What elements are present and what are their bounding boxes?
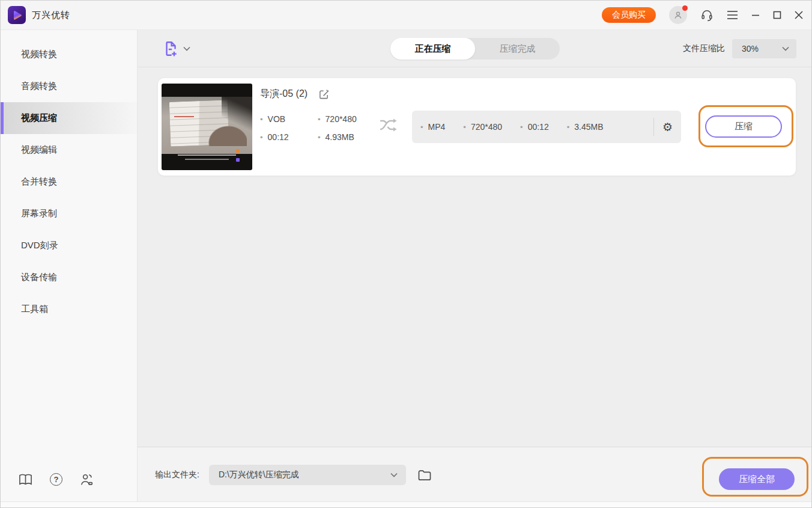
sidebar-item-label: 视频转换 xyxy=(21,49,57,60)
close-button[interactable] xyxy=(795,11,803,19)
file-card: 导演-05 (2) •VOB •720*480 •00:12 •4.93MB xyxy=(158,78,796,176)
add-file-button[interactable] xyxy=(163,40,190,57)
toolbar: 正在压缩 压缩完成 文件压缩比 30% xyxy=(138,30,812,67)
tab-completed[interactable]: 压缩完成 xyxy=(475,38,560,60)
main-panel: 正在压缩 压缩完成 文件压缩比 30% xyxy=(138,29,812,503)
maximize-button[interactable] xyxy=(773,11,781,19)
help-icon[interactable]: ? xyxy=(50,473,62,486)
app-logo xyxy=(8,6,26,24)
app-window: 万兴优转 会员购买 xyxy=(0,0,812,508)
bullet-icon: • xyxy=(567,123,570,132)
source-size: 4.93MB xyxy=(326,132,354,142)
video-thumbnail[interactable] xyxy=(162,84,252,170)
sidebar-item-label: 工具箱 xyxy=(21,304,48,315)
sidebar: 视频转换 音频转换 视频压缩 视频编辑 合并转换 屏幕录制 DVD刻录 设备传输… xyxy=(1,29,138,503)
support-headset-icon[interactable] xyxy=(700,8,714,22)
footer-bar: 输出文件夹: D:\万兴优转\压缩完成 压缩全部 xyxy=(138,447,812,503)
sidebar-item-label: 合并转换 xyxy=(21,176,57,188)
tab-compressing[interactable]: 正在压缩 xyxy=(390,38,475,60)
window-bottom-strip xyxy=(1,501,811,507)
output-folder-select[interactable]: D:\万兴优转\压缩完成 xyxy=(209,465,406,485)
file-title: 导演-05 (2) xyxy=(260,88,308,100)
guide-book-icon[interactable] xyxy=(19,474,32,486)
bullet-icon: • xyxy=(260,115,263,124)
output-folder-label: 输出文件夹: xyxy=(155,470,199,480)
sidebar-item-device-transfer[interactable]: 设备传输 xyxy=(1,262,137,293)
bullet-icon: • xyxy=(420,123,423,132)
output-format: MP4 xyxy=(428,122,446,132)
compression-ratio-label: 文件压缩比 xyxy=(683,43,725,54)
output-duration: 00:12 xyxy=(528,122,549,132)
sidebar-item-label: 设备传输 xyxy=(21,272,57,283)
sidebar-item-merge-convert[interactable]: 合并转换 xyxy=(1,166,137,198)
chevron-down-icon xyxy=(782,46,789,51)
bullet-icon: • xyxy=(260,133,263,142)
output-size: 3.45MB xyxy=(574,122,603,132)
source-resolution: 720*480 xyxy=(326,114,357,124)
community-icon[interactable] xyxy=(80,473,94,486)
menu-icon[interactable] xyxy=(727,10,738,20)
minimize-button[interactable] xyxy=(751,11,760,19)
sidebar-item-video-edit[interactable]: 视频编辑 xyxy=(1,134,137,166)
bullet-icon: • xyxy=(463,123,466,132)
open-folder-icon[interactable] xyxy=(418,470,431,481)
titlebar: 万兴优转 会员购买 xyxy=(1,1,811,29)
person-icon xyxy=(673,10,683,20)
vip-purchase-button[interactable]: 会员购买 xyxy=(602,7,656,23)
divider xyxy=(653,118,654,136)
compress-button[interactable]: 压缩 xyxy=(705,115,782,138)
sidebar-item-label: 音频转换 xyxy=(21,81,57,92)
settings-gear-icon[interactable]: ⚙ xyxy=(662,121,673,133)
output-info: •MP4 •720*480 •00:12 •3.45MB ⚙ xyxy=(412,111,681,143)
user-avatar[interactable] xyxy=(669,6,687,24)
sidebar-item-video-compress[interactable]: 视频压缩 xyxy=(1,102,137,134)
chevron-down-icon xyxy=(183,46,190,51)
compression-ratio-value: 30% xyxy=(742,44,759,54)
sidebar-item-label: 视频编辑 xyxy=(21,144,57,156)
compress-tabs: 正在压缩 压缩完成 xyxy=(390,38,560,60)
bullet-icon: • xyxy=(318,115,321,124)
sidebar-item-label: DVD刻录 xyxy=(21,240,58,251)
source-duration: 00:12 xyxy=(268,132,289,142)
add-file-icon xyxy=(163,40,178,57)
sidebar-item-label: 屏幕录制 xyxy=(21,208,57,219)
chevron-down-icon xyxy=(390,473,398,477)
sidebar-item-screen-record[interactable]: 屏幕录制 xyxy=(1,198,137,230)
source-format: VOB xyxy=(268,114,286,124)
sidebar-item-video-convert[interactable]: 视频转换 xyxy=(1,38,137,70)
source-info: •VOB •720*480 •00:12 •4.93MB xyxy=(260,114,357,142)
rename-edit-icon[interactable] xyxy=(318,88,330,100)
file-list: 导演-05 (2) •VOB •720*480 •00:12 •4.93MB xyxy=(138,67,812,447)
app-title: 万兴优转 xyxy=(32,10,70,21)
bullet-icon: • xyxy=(318,133,321,142)
notification-dot xyxy=(682,5,688,11)
sidebar-item-toolbox[interactable]: 工具箱 xyxy=(1,293,137,325)
compress-all-button[interactable]: 压缩全部 xyxy=(719,468,795,490)
sidebar-item-audio-convert[interactable]: 音频转换 xyxy=(1,70,137,102)
compression-ratio-select[interactable]: 30% xyxy=(732,39,796,58)
bullet-icon: • xyxy=(520,123,523,132)
output-resolution: 720*480 xyxy=(471,122,502,132)
play-icon xyxy=(10,8,23,22)
sidebar-item-label: 视频压缩 xyxy=(21,112,57,124)
output-folder-path: D:\万兴优转\压缩完成 xyxy=(219,470,299,480)
convert-shuffle-icon xyxy=(379,115,399,137)
sidebar-item-dvd-burn[interactable]: DVD刻录 xyxy=(1,230,137,262)
